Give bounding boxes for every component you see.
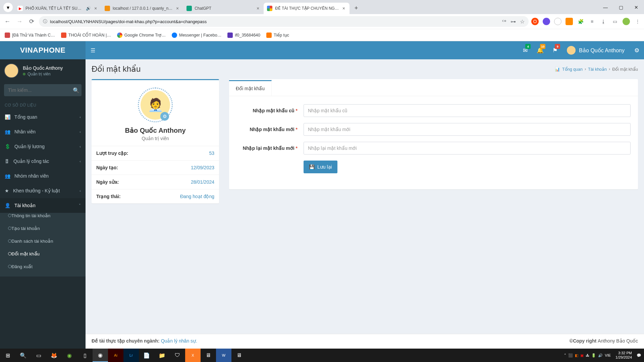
footer-left-link[interactable]: Quản lý nhân sự. bbox=[161, 338, 197, 344]
close-icon[interactable]: × bbox=[175, 6, 180, 11]
bookmark-item[interactable]: if0_35684640 bbox=[227, 33, 260, 38]
illustrator-icon[interactable]: Ai bbox=[108, 349, 123, 362]
search-button[interactable]: 🔍 bbox=[71, 84, 82, 96]
back-button[interactable]: ← bbox=[3, 17, 12, 26]
ext-icon[interactable]: 🧩 bbox=[577, 18, 584, 25]
brand-logo[interactable]: VINAPHONE bbox=[0, 41, 86, 59]
sidebar-item-work[interactable]: 🎛Quản lý công tác‹ bbox=[0, 154, 86, 169]
new-password-input[interactable] bbox=[304, 123, 631, 136]
save-button[interactable]: 💾 Lưu lại bbox=[304, 161, 337, 173]
bookmark-item[interactable]: THOÁI CỐT HOÀN |… bbox=[61, 33, 111, 38]
reload-button[interactable]: ⟳ bbox=[27, 17, 36, 26]
sidebar-toggle[interactable]: ☰ bbox=[86, 41, 100, 59]
xampp-icon[interactable]: X bbox=[185, 349, 201, 362]
lightroom-icon[interactable]: Lr bbox=[123, 349, 139, 362]
coccoc-icon[interactable]: ◉ bbox=[62, 349, 77, 362]
lang-indicator[interactable]: VIE bbox=[605, 353, 611, 357]
translate-icon[interactable]: ᶜᵒ bbox=[502, 18, 506, 25]
app-icon[interactable]: 🛡 bbox=[170, 349, 185, 362]
chevron-left-icon: ‹ bbox=[79, 189, 81, 193]
ext-icon[interactable]: O bbox=[531, 18, 539, 25]
app-footer: Đề tài thực tập chuyên ngành: Quản lý nh… bbox=[86, 334, 644, 349]
tab-change-password[interactable]: Đổi mật khẩu bbox=[229, 80, 272, 96]
breadcrumb-home[interactable]: Tổng quan bbox=[562, 67, 583, 72]
audio-icon[interactable]: 🔊 bbox=[86, 6, 91, 11]
topbar-user[interactable]: Bảo Quốc Anthony bbox=[562, 41, 629, 59]
new-tab-button[interactable]: + bbox=[352, 3, 361, 13]
submenu-account-list[interactable]: Danh sách tài khoản bbox=[0, 238, 86, 251]
chrome-icon[interactable]: ◉ bbox=[93, 349, 108, 362]
close-icon[interactable]: × bbox=[93, 6, 98, 11]
app-icon[interactable]: ▯ bbox=[77, 349, 93, 362]
browser-tab-0[interactable]: ▶ PHỐ XUÂN, TẾT LÀ TẾT SUM… 🔊 × bbox=[14, 3, 101, 14]
app-icon[interactable]: 🖥 bbox=[231, 349, 247, 362]
ext-icon[interactable] bbox=[543, 18, 550, 25]
submenu-create-account[interactable]: Tạo tài khoản bbox=[0, 226, 86, 238]
close-window-button[interactable]: ✕ bbox=[629, 1, 644, 14]
notifications-icon[interactable]: 💬 bbox=[637, 353, 641, 358]
gear-icon[interactable]: ⚙ bbox=[160, 112, 169, 121]
start-button[interactable]: ⊞ bbox=[0, 349, 15, 362]
address-bar[interactable]: ⓘ localhost/QUANLYNHANSU/pages/doi-mat-k… bbox=[39, 16, 529, 27]
close-icon[interactable]: × bbox=[256, 6, 260, 11]
confirm-password-input[interactable] bbox=[304, 142, 631, 155]
search-input[interactable] bbox=[4, 87, 71, 93]
sidebar-item-overview[interactable]: 📊Tổng quan‹ bbox=[0, 110, 86, 124]
bookmark-item[interactable]: Messenger | Facebo… bbox=[172, 33, 221, 38]
menu-header: CƠ SỞ DỮ LIỆU bbox=[0, 100, 86, 110]
bookmark-item[interactable]: [Đã Thử Và Thành C… bbox=[5, 33, 55, 38]
ext-icon[interactable]: ▭ bbox=[611, 18, 619, 25]
flags-button[interactable]: ⚑9 bbox=[547, 41, 562, 59]
browser-tab-3[interactable]: ĐỀ TÀI THỰC TẬP CHUYÊN NG… × bbox=[264, 3, 350, 14]
site-info-icon[interactable]: ⓘ bbox=[43, 18, 47, 24]
minimize-button[interactable]: — bbox=[598, 1, 613, 14]
sidebar-item-salary[interactable]: 💲Quản lý lương‹ bbox=[0, 139, 86, 154]
password-icon[interactable]: ⊶ bbox=[511, 18, 516, 25]
mail-button[interactable]: ✉4 bbox=[518, 41, 533, 59]
submenu-account-info[interactable]: Thông tin tài khoản bbox=[0, 213, 86, 226]
tray-icon[interactable]: ⬛ bbox=[568, 353, 573, 358]
chevron-down-icon: ˅ bbox=[79, 203, 81, 208]
bookmark-item[interactable]: Google Chrome Trợ… bbox=[117, 33, 166, 38]
breadcrumb-mid[interactable]: Tài khoản bbox=[588, 67, 607, 72]
sidebar-item-account[interactable]: 👤Tài khoản˅ bbox=[0, 198, 86, 213]
settings-button[interactable]: ⚙ bbox=[629, 41, 644, 59]
sidebar-item-rewards[interactable]: ★Khen thưởng - Kỷ luật‹ bbox=[0, 183, 86, 198]
word-icon[interactable]: W bbox=[216, 349, 231, 362]
ext-icon[interactable]: ≡ bbox=[588, 18, 596, 25]
forward-button[interactable]: → bbox=[15, 17, 24, 26]
submenu-logout[interactable]: Đăng xuất bbox=[0, 264, 86, 277]
close-icon[interactable]: × bbox=[341, 6, 346, 11]
profile-avatar[interactable] bbox=[623, 18, 630, 25]
explorer-icon[interactable]: 📁 bbox=[154, 349, 170, 362]
submenu-change-password[interactable]: Đổi mật khẩu bbox=[0, 251, 86, 264]
tray-icon[interactable]: ◧ bbox=[575, 353, 578, 358]
search-button[interactable]: 🔍 bbox=[15, 349, 31, 362]
sidebar-item-groups[interactable]: 👥Nhóm nhân viên bbox=[0, 169, 86, 183]
bookmark-item[interactable]: Tiếp tục bbox=[266, 33, 289, 38]
bookmark-icon[interactable]: ☆ bbox=[520, 18, 525, 25]
menu-icon[interactable]: ⋮ bbox=[634, 18, 641, 25]
sidebar-item-employees[interactable]: 👥Nhân viên‹ bbox=[0, 124, 86, 139]
browser-tab-1[interactable]: localhost / 127.0.0.1 / quanly_n… × bbox=[101, 3, 183, 14]
maximize-button[interactable]: ▢ bbox=[613, 1, 629, 14]
task-view-button[interactable]: ▭ bbox=[31, 349, 46, 362]
tray-icon[interactable]: 🖧 bbox=[586, 353, 589, 357]
tray-icon[interactable]: 🔋 bbox=[591, 353, 596, 358]
ext-icon[interactable] bbox=[566, 18, 573, 25]
firefox-icon[interactable]: 🦊 bbox=[46, 349, 62, 362]
volume-icon[interactable]: 🔊 bbox=[598, 353, 603, 358]
browser-tab-2[interactable]: ChatGPT × bbox=[183, 3, 264, 14]
tray-chevron-icon[interactable]: ˄ bbox=[564, 353, 566, 358]
notepad-icon[interactable]: 📄 bbox=[139, 349, 154, 362]
downloads-icon[interactable]: ⭳ bbox=[600, 18, 607, 25]
ext-icon[interactable] bbox=[554, 18, 561, 25]
circle-icon bbox=[8, 239, 11, 243]
app-icon[interactable]: 🖥 bbox=[201, 349, 216, 362]
old-password-input[interactable] bbox=[304, 104, 631, 117]
page-title: Đổi mật khẩu bbox=[92, 64, 141, 74]
tab-search-dropdown[interactable]: ▾ bbox=[3, 3, 13, 12]
tray-icon[interactable]: ▣ bbox=[580, 353, 584, 358]
notifications-button[interactable]: 🔔10 bbox=[533, 41, 547, 59]
taskbar-clock[interactable]: 3:32 PM 1/29/2024 bbox=[613, 351, 635, 360]
